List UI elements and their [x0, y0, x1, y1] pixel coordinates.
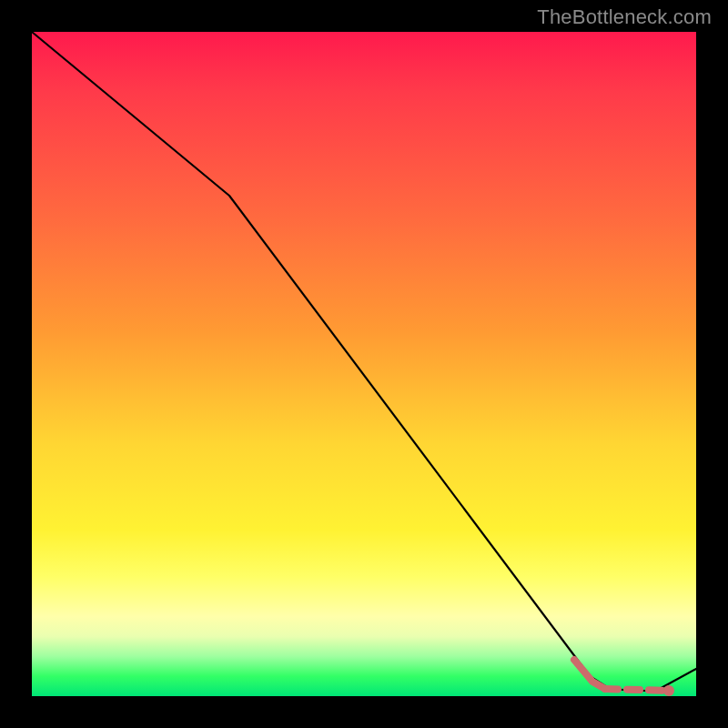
- bottleneck-curve-path: [32, 32, 696, 691]
- chart-svg: [32, 32, 696, 696]
- chart-frame: TheBottleneck.com: [0, 0, 728, 728]
- gradient-plot-area: [32, 32, 696, 696]
- highlight-segment-dashed: [605, 689, 669, 691]
- highlight-dot-icon: [663, 685, 674, 696]
- highlight-segment-lead: [574, 660, 605, 689]
- watermark-text: TheBottleneck.com: [537, 5, 712, 29]
